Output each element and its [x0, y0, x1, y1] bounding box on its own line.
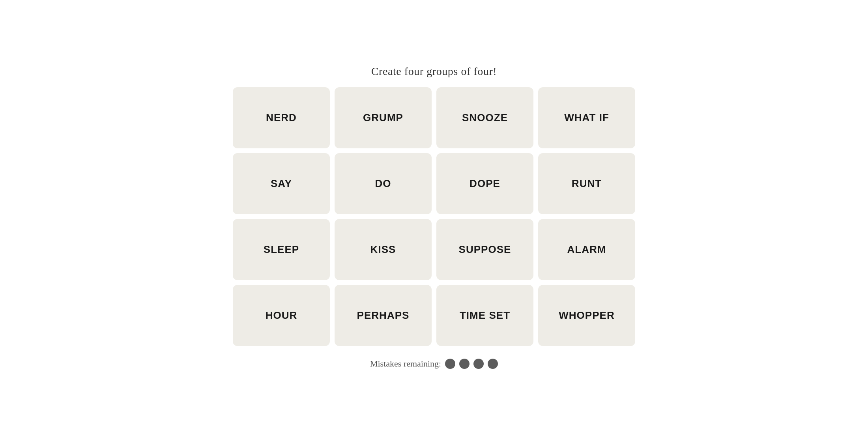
- card-whopper[interactable]: WHOPPER: [538, 285, 635, 346]
- card-alarm[interactable]: ALARM: [538, 219, 635, 280]
- card-label-snooze: SNOOZE: [462, 112, 508, 124]
- card-label-runt: RUNT: [572, 178, 602, 190]
- subtitle: Create four groups of four!: [371, 65, 497, 78]
- card-snooze[interactable]: SNOOZE: [436, 87, 533, 148]
- card-label-nerd: NERD: [266, 112, 297, 124]
- game-container: Create four groups of four! NERDGRUMPSNO…: [217, 65, 651, 369]
- card-label-sleep: SLEEP: [264, 243, 299, 256]
- card-label-hour: HOUR: [266, 309, 297, 322]
- card-label-grump: GRUMP: [363, 112, 403, 124]
- mistake-dot-2: [459, 359, 470, 369]
- card-label-what-if: WHAT IF: [564, 112, 609, 124]
- card-label-kiss: KISS: [370, 243, 396, 256]
- card-label-time-set: TIME SET: [460, 309, 510, 322]
- mistakes-row: Mistakes remaining:: [370, 359, 498, 369]
- mistakes-dots: [445, 359, 498, 369]
- card-grump[interactable]: GRUMP: [335, 87, 432, 148]
- card-label-perhaps: PERHAPS: [357, 309, 410, 322]
- card-sleep[interactable]: SLEEP: [233, 219, 330, 280]
- card-kiss[interactable]: KISS: [335, 219, 432, 280]
- mistake-dot-4: [488, 359, 498, 369]
- word-grid: NERDGRUMPSNOOZEWHAT IFSAYDODOPERUNTSLEEP…: [233, 87, 635, 346]
- card-say[interactable]: SAY: [233, 153, 330, 214]
- card-hour[interactable]: HOUR: [233, 285, 330, 346]
- card-label-say: SAY: [271, 178, 292, 190]
- card-do[interactable]: DO: [335, 153, 432, 214]
- mistake-dot-3: [473, 359, 484, 369]
- card-label-suppose: SUPPOSE: [459, 243, 511, 256]
- card-runt[interactable]: RUNT: [538, 153, 635, 214]
- card-label-alarm: ALARM: [567, 243, 606, 256]
- card-nerd[interactable]: NERD: [233, 87, 330, 148]
- mistake-dot-1: [445, 359, 455, 369]
- card-dope[interactable]: DOPE: [436, 153, 533, 214]
- card-label-dope: DOPE: [470, 178, 500, 190]
- card-suppose[interactable]: SUPPOSE: [436, 219, 533, 280]
- mistakes-label: Mistakes remaining:: [370, 359, 441, 369]
- card-label-do: DO: [375, 178, 391, 190]
- card-label-whopper: WHOPPER: [559, 309, 615, 322]
- card-perhaps[interactable]: PERHAPS: [335, 285, 432, 346]
- card-time-set[interactable]: TIME SET: [436, 285, 533, 346]
- card-what-if[interactable]: WHAT IF: [538, 87, 635, 148]
